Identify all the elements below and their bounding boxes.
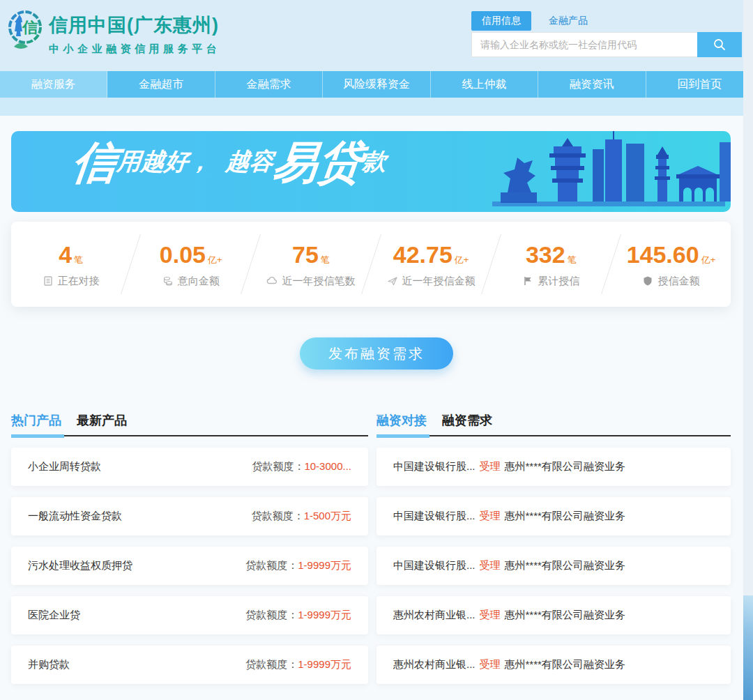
product-name: 污水处理收益权质押贷 bbox=[28, 559, 132, 572]
city-skyline-illustration bbox=[487, 131, 731, 212]
stat-unit: 笔 bbox=[568, 254, 577, 265]
active-tab-underline bbox=[11, 434, 64, 438]
match-detail: 惠州****有限公司融资业务 bbox=[505, 460, 625, 473]
match-row[interactable]: 惠州农村商业银... 受理 惠州****有限公司融资业务 bbox=[376, 596, 731, 634]
site-subtitle: 中小企业融资信用服务平台 bbox=[49, 43, 220, 56]
site-title: 信用中国(广东惠州) bbox=[49, 13, 220, 38]
match-row[interactable]: 中国建设银行股... 受理 惠州****有限公司融资业务 bbox=[376, 547, 731, 585]
stat-unit: 笔 bbox=[321, 254, 330, 265]
shield-icon bbox=[642, 275, 653, 287]
amount-value: 1-500万元 bbox=[304, 510, 351, 522]
stat-unit: 笔 bbox=[74, 254, 83, 265]
stats-card: 4笔 正在对接 0.05亿+ 意向金额 75笔 近一年授信笔数 42.75亿+ bbox=[11, 222, 731, 307]
bank-name: 中国建设银行股... bbox=[393, 510, 476, 523]
search-input[interactable] bbox=[471, 32, 697, 57]
stat-year-credit-count: 75笔 近一年授信笔数 bbox=[251, 241, 370, 288]
action-status: 受理 bbox=[480, 460, 501, 473]
stat-value: 4 bbox=[59, 241, 72, 268]
amount-value: 1-9999万元 bbox=[298, 658, 351, 670]
edge-decoration bbox=[743, 595, 753, 700]
product-row[interactable]: 医院企业贷 贷款额度：1-9999万元 bbox=[11, 596, 368, 634]
nav-item-financing-services[interactable]: 融资服务 bbox=[0, 71, 107, 98]
nav-item-risk-mitigation-funds[interactable]: 风险缓释资金 bbox=[323, 71, 430, 98]
nav-item-financing-news[interactable]: 融资资讯 bbox=[538, 71, 646, 98]
stat-unit: 亿+ bbox=[701, 254, 716, 265]
matches-list: 中国建设银行股... 受理 惠州****有限公司融资业务 中国建设银行股... … bbox=[376, 448, 731, 684]
document-icon bbox=[43, 275, 54, 287]
bank-name: 中国建设银行股... bbox=[393, 460, 476, 473]
site-logo: 信 信用中国(广东惠州) 中小企业融资信用服务平台 bbox=[7, 8, 220, 56]
match-detail: 惠州****有限公司融资业务 bbox=[505, 559, 625, 572]
product-name: 并购贷款 bbox=[28, 658, 70, 671]
cloud-sync-icon bbox=[266, 275, 277, 287]
stat-unit: 亿+ bbox=[208, 254, 222, 265]
nav-item-financial-supermarket[interactable]: 金融超市 bbox=[107, 71, 215, 98]
stat-label: 近一年授信金额 bbox=[402, 275, 476, 288]
search-icon bbox=[713, 38, 727, 52]
amount-value: 1-9999万元 bbox=[298, 559, 351, 571]
stat-value: 0.05 bbox=[160, 241, 206, 268]
slogan-part: 易贷 bbox=[271, 142, 365, 183]
product-row[interactable]: 小企业周转贷款 贷款额度：10-3000... bbox=[11, 448, 368, 486]
stat-credit-amount: 145.60亿+ 授信金额 bbox=[611, 241, 731, 288]
slogan-part: 用越好， bbox=[115, 146, 214, 183]
bank-name: 中国建设银行股... bbox=[393, 559, 476, 572]
action-status: 受理 bbox=[480, 609, 501, 622]
product-row[interactable]: 并购贷款 贷款额度：1-9999万元 bbox=[11, 646, 368, 684]
action-status: 受理 bbox=[480, 559, 501, 572]
bank-name: 惠州农村商业银... bbox=[393, 658, 476, 671]
stat-label: 近一年授信笔数 bbox=[282, 275, 355, 288]
tab-financing-match[interactable]: 融资对接 bbox=[376, 412, 427, 429]
amount-value: 10-3000... bbox=[304, 460, 351, 472]
stat-value: 42.75 bbox=[393, 241, 452, 268]
stat-value: 75 bbox=[292, 241, 319, 268]
match-detail: 惠州****有限公司融资业务 bbox=[505, 609, 625, 622]
products-list: 小企业周转贷款 贷款额度：10-3000... 一般流动性资金贷款 贷款额度：1… bbox=[11, 448, 368, 684]
paper-plane-icon bbox=[387, 275, 398, 287]
action-status: 受理 bbox=[480, 658, 501, 671]
header: 信 信用中国(广东惠州) 中小企业融资信用服务平台 信用信息 金融产品 bbox=[0, 0, 753, 71]
stat-in-progress: 4笔 正在对接 bbox=[11, 241, 130, 288]
tab-hot-products[interactable]: 热门产品 bbox=[11, 412, 61, 429]
matches-tabs: 融资对接 融资需求 bbox=[376, 410, 731, 436]
nav-item-online-arbitration[interactable]: 线上仲裁 bbox=[431, 71, 538, 98]
amount-label: 贷款额度： bbox=[252, 460, 304, 472]
products-tabs: 热门产品 最新产品 bbox=[11, 410, 368, 436]
products-section: 热门产品 最新产品 小企业周转贷款 贷款额度：10-3000... 一般流动性资… bbox=[11, 410, 368, 695]
product-name: 一般流动性资金贷款 bbox=[28, 510, 122, 523]
amount-label: 贷款额度： bbox=[245, 559, 298, 571]
match-row[interactable]: 中国建设银行股... 受理 惠州****有限公司融资业务 bbox=[376, 448, 731, 486]
nav-item-financial-demand[interactable]: 金融需求 bbox=[215, 71, 323, 98]
publish-financing-demand-button[interactable]: 发布融资需求 bbox=[300, 337, 453, 370]
amount-label: 贷款额度： bbox=[245, 609, 298, 621]
match-row[interactable]: 中国建设银行股... 受理 惠州****有限公司融资业务 bbox=[376, 497, 731, 535]
stat-total-credit: 332笔 累计授信 bbox=[492, 241, 611, 288]
matches-section: 融资对接 融资需求 中国建设银行股... 受理 惠州****有限公司融资业务 中… bbox=[376, 410, 731, 695]
match-row[interactable]: 惠州农村商业银... 受理 惠州****有限公司融资业务 bbox=[376, 646, 731, 684]
search-tab-credit-info[interactable]: 信用信息 bbox=[471, 11, 531, 31]
slogan-part: 款 bbox=[360, 146, 388, 183]
amount-label: 贷款额度： bbox=[252, 510, 304, 522]
product-row[interactable]: 一般流动性资金贷款 贷款额度：1-500万元 bbox=[11, 497, 368, 535]
stat-year-credit-amount: 42.75亿+ 近一年授信金额 bbox=[372, 241, 491, 288]
coins-icon bbox=[162, 275, 174, 287]
search-tab-financial-products[interactable]: 金融产品 bbox=[538, 11, 598, 31]
stat-label: 授信金额 bbox=[657, 275, 699, 288]
stat-value: 332 bbox=[526, 241, 565, 268]
svg-text:信: 信 bbox=[22, 19, 38, 36]
nav-item-back-home[interactable]: 回到首页 bbox=[646, 71, 753, 98]
match-detail: 惠州****有限公司融资业务 bbox=[505, 510, 625, 523]
slogan-part: 信 bbox=[70, 142, 119, 183]
amount-value: 1-9999万元 bbox=[298, 609, 351, 621]
amount-label: 贷款额度： bbox=[245, 658, 298, 670]
stat-label: 累计授信 bbox=[538, 275, 579, 288]
search-tabs: 信用信息 金融产品 bbox=[471, 11, 742, 31]
stat-label: 正在对接 bbox=[58, 275, 100, 288]
tab-financing-demand[interactable]: 融资需求 bbox=[442, 412, 492, 429]
product-row[interactable]: 污水处理收益权质押贷 贷款额度：1-9999万元 bbox=[11, 547, 368, 585]
hero-banner[interactable]: 信 用越好， 越容 易贷 款 bbox=[11, 131, 731, 212]
search-button[interactable] bbox=[697, 32, 742, 57]
tab-new-products[interactable]: 最新产品 bbox=[77, 412, 127, 429]
product-name: 医院企业贷 bbox=[28, 609, 80, 622]
stat-intended-amount: 0.05亿+ 意向金额 bbox=[131, 241, 250, 288]
